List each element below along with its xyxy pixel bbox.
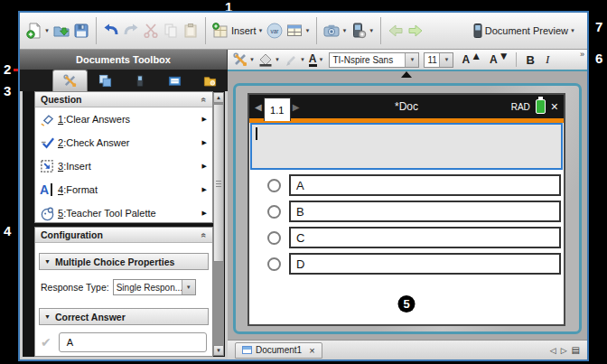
submenu-arrow-icon: ▶ — [202, 210, 207, 217]
tab-utilities-folder[interactable] — [192, 70, 228, 91]
answer-radio[interactable] — [267, 179, 281, 192]
tab-list-icon[interactable]: ▤ — [572, 345, 580, 355]
italic-button[interactable]: I — [546, 52, 549, 67]
font-size-select[interactable]: 11 ▼ — [424, 52, 453, 68]
answer-field[interactable]: A — [289, 174, 561, 196]
document-workspace: ◀ 1.1 ▶ *Doc RAD × — [228, 70, 587, 359]
menu-item-teacher-tool-palette[interactable]: 5:Teacher Tool Palette ▶ — [35, 201, 212, 225]
document-page: ◀ 1.1 ▶ *Doc RAD × — [247, 93, 565, 326]
callout-3: 3 — [4, 84, 11, 98]
insert-page-icon — [212, 23, 229, 39]
answer-radio[interactable] — [267, 257, 281, 271]
documents-toolbox-header: Documents Toolbox — [20, 50, 228, 70]
close-document-icon[interactable]: × — [551, 100, 558, 113]
toolbar-separator — [380, 17, 381, 44]
section-expand-icon: ▼ — [44, 313, 51, 320]
preview-caret-icon: ▼ — [570, 28, 575, 33]
second-toolbar-row: Documents Toolbox ▼ ▼ ▼ A ▼ — [20, 50, 587, 70]
toolbox-scrollbar[interactable]: ▲ ▼ — [213, 92, 224, 356]
menu-item-check-answer[interactable]: 2:Check Answer ▶ — [35, 131, 212, 154]
layout-table-icon — [286, 23, 303, 39]
multiple-choice-properties-section[interactable]: ▼ Multiple Choice Properties — [39, 253, 209, 270]
toolbar-separator — [516, 52, 517, 67]
document-tab[interactable]: Document1 × — [235, 342, 322, 359]
answer-radio[interactable] — [267, 231, 281, 245]
paste-button[interactable] — [181, 17, 201, 44]
configuration-panel: Configuration « ▼ Multiple Choice Proper… — [34, 227, 213, 357]
menu-item-format[interactable]: A 4:Format ▶ — [35, 178, 212, 201]
tab-handheld[interactable] — [123, 70, 158, 91]
close-tab-icon[interactable]: × — [309, 345, 314, 356]
tab-page-sorter[interactable] — [88, 70, 123, 91]
handheld-setup-button[interactable]: ▼ — [349, 17, 376, 44]
toolbar-separator — [205, 17, 206, 44]
font-size-caret-icon: ▼ — [439, 53, 453, 67]
answer-field[interactable]: D — [289, 253, 561, 275]
menu-item-clear-answers[interactable]: 1:Clear Answers ▶ — [35, 107, 212, 131]
next-tab-icon[interactable]: ▷ — [561, 346, 567, 355]
text-color-icon: A — [309, 53, 317, 67]
application-window: ▼ — [18, 11, 589, 361]
insert-button[interactable]: Insert ▼ — [210, 17, 265, 44]
question-panel-header: Question « — [35, 92, 212, 107]
eraser-icon — [40, 112, 58, 127]
redo-button[interactable] — [121, 17, 141, 44]
screen-capture-button[interactable]: ▼ — [322, 17, 349, 44]
setup-caret-icon: ▼ — [369, 28, 374, 33]
undo-button[interactable] — [101, 17, 121, 44]
document-tab-label: Document1 — [256, 345, 302, 355]
collapse-icon[interactable]: « — [200, 97, 210, 102]
collapse-icon[interactable]: « — [200, 232, 210, 238]
response-type-value: Single Respon... — [114, 283, 182, 293]
document-preview-label: Document Preview — [485, 25, 568, 36]
submenu-arrow-icon: ▶ — [202, 186, 207, 193]
scroll-up-button[interactable]: ▲ — [213, 92, 224, 103]
page-layout-button[interactable]: ▼ — [285, 17, 312, 44]
answer-field[interactable]: B — [289, 201, 561, 222]
save-document-button[interactable] — [71, 17, 91, 44]
menu-item-label: 1:Clear Answers — [58, 114, 130, 125]
documents-toolbox: Question « 1:Clear Answers ▶ 2:Check Ans… — [20, 70, 228, 359]
response-type-select[interactable]: Single Respon... ▼ — [113, 279, 196, 295]
toolbar-overflow-icon[interactable]: » — [580, 50, 584, 59]
scroll-down-button[interactable]: ▼ — [213, 345, 224, 356]
back-button[interactable] — [386, 17, 406, 44]
section-expand-icon: ▼ — [44, 258, 51, 265]
font-family-caret-icon: ▼ — [405, 53, 418, 67]
insert-label: Insert — [231, 25, 257, 36]
variables-button[interactable]: var — [265, 17, 285, 44]
document-preview-button[interactable]: Document Preview ▼ — [472, 17, 577, 44]
font-family-value: TI-Nspire Sans — [330, 55, 405, 65]
page-tab[interactable]: 1.1 — [264, 98, 291, 121]
tab-document-tools[interactable] — [52, 70, 88, 91]
decrease-font-arrow-icon: ▼ — [499, 50, 509, 62]
open-document-button[interactable] — [51, 17, 71, 44]
bold-button[interactable]: B — [527, 53, 535, 67]
callout-6: 6 — [595, 51, 602, 66]
correct-answer-field[interactable]: A — [59, 332, 207, 352]
formatting-toolbar: ▼ ▼ ▼ A ▼ TI-Nspire Sans ▼ — [228, 50, 587, 70]
forward-button[interactable] — [406, 17, 425, 44]
tab-content-explorer[interactable] — [157, 70, 192, 91]
answer-field[interactable]: C — [289, 227, 561, 248]
response-type-caret-icon: ▼ — [182, 280, 195, 294]
toolbar-separator — [316, 17, 317, 44]
toolbox-tab-row — [20, 70, 228, 91]
configuration-panel-title: Configuration — [41, 229, 103, 240]
font-family-select[interactable]: TI-Nspire Sans ▼ — [329, 52, 419, 68]
correct-answer-section[interactable]: ▼ Correct Answer — [39, 308, 209, 325]
fill-caret-icon: ▼ — [275, 57, 280, 62]
handheld-setup-icon — [350, 23, 367, 39]
scrollbar-thumb[interactable] — [213, 104, 224, 262]
back-arrow-icon — [388, 23, 404, 39]
main-toolbar: ▼ — [20, 13, 587, 50]
menu-item-insert[interactable]: 3:Insert ▶ — [35, 154, 212, 178]
question-text-input[interactable] — [250, 123, 563, 170]
prev-tab-icon[interactable]: ◁ — [550, 346, 556, 355]
new-document-button[interactable]: ▼ — [24, 17, 51, 44]
answer-row: D — [267, 253, 561, 275]
cut-button[interactable] — [141, 17, 161, 44]
paste-icon — [182, 23, 199, 39]
answer-radio[interactable] — [267, 205, 281, 219]
copy-button[interactable] — [161, 17, 181, 44]
